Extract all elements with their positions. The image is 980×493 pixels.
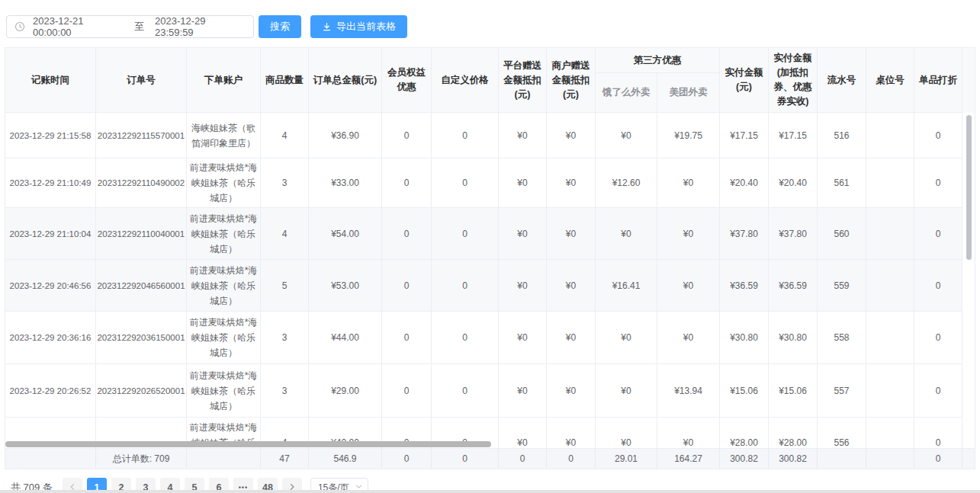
column-header-account: 下单账户: [187, 48, 261, 113]
summary-cell: 29.01: [596, 449, 657, 469]
cell-order_no: 202312292115570001: [96, 113, 187, 158]
table-header: 记账时间订单号下单账户商品数量订单总金额(元)会员权益优惠自定义价格平台赠送金额…: [5, 48, 975, 113]
cell-discount: 0: [914, 113, 962, 158]
summary-row: 总计单数: 70947546.9000029.01164.27300.82300…: [5, 448, 975, 469]
cell-paid_actual: ¥15.06: [769, 364, 818, 418]
cell-paid_actual: ¥30.80: [769, 312, 818, 364]
cell-account: 海峡姐妹茶（歌笛湖印象里店）: [187, 113, 261, 158]
date-start-value[interactable]: 2023-12-21 00:00:00: [33, 15, 124, 38]
column-header-serial: 流水号: [818, 48, 866, 113]
cell-meituan: ¥0: [657, 418, 720, 448]
clock-icon: [14, 21, 25, 32]
cell-custom: 0: [432, 158, 499, 208]
cell-total: ¥54.00: [309, 208, 382, 260]
cell-custom: 0: [432, 208, 499, 260]
date-separator: 至: [134, 20, 144, 34]
table-row: 2023-12-29 20:46:56202312292046560001前进麦…: [5, 260, 962, 312]
cell-paid_actual: ¥20.40: [769, 158, 818, 208]
column-header-paid_actual: 实付金额(加抵扣券、优惠券实收): [769, 48, 818, 113]
summary-cell: 300.82: [769, 449, 818, 469]
cell-time: 2023-12-29 21:15:58: [5, 113, 96, 158]
export-button-label: 导出当前表格: [336, 20, 396, 34]
cell-order_no: 202312292110040001: [96, 208, 187, 260]
search-button-label: 搜索: [270, 20, 290, 34]
cell-meituan: ¥0: [657, 312, 720, 364]
cell-member: 0: [382, 208, 432, 260]
cell-paid: ¥30.80: [720, 312, 769, 364]
cell-paid: ¥36.59: [720, 260, 769, 312]
cell-merchant: ¥0: [547, 113, 596, 158]
cell-table_no: [866, 158, 914, 208]
summary-cell: 0: [547, 449, 596, 469]
cell-qty: 4: [261, 208, 309, 260]
search-button[interactable]: 搜索: [259, 15, 301, 38]
cell-custom: 0: [432, 113, 499, 158]
cell-discount: 0: [914, 260, 962, 312]
column-header-qty: 商品数量: [261, 48, 309, 113]
cell-custom: 0: [432, 312, 499, 364]
cell-merchant: ¥0: [547, 260, 596, 312]
cell-merchant: ¥0: [547, 418, 596, 448]
column-header-order_no: 订单号: [96, 48, 187, 113]
summary-cell: [866, 449, 914, 469]
cell-paid: ¥28.00: [720, 418, 769, 448]
cell-account: 前进麦味烘焙*海峡姐妹茶（哈乐城店）: [187, 364, 261, 418]
cell-serial: 561: [818, 158, 866, 208]
cell-table_no: [866, 208, 914, 260]
window-bottom-strip: [0, 490, 980, 493]
summary-cell: 300.82: [720, 449, 769, 469]
cell-time: 2023-12-29 21:10:04: [5, 208, 96, 260]
cell-platform: ¥0: [499, 208, 547, 260]
cell-serial: 557: [818, 364, 866, 418]
orders-table-panel: 记账时间订单号下单账户商品数量订单总金额(元)会员权益优惠自定义价格平台赠送金额…: [5, 47, 975, 469]
cell-paid_actual: ¥36.59: [769, 260, 818, 312]
column-header-total: 订单总金额(元): [309, 48, 382, 113]
cell-paid: ¥15.06: [720, 364, 769, 418]
cell-total: ¥53.00: [309, 260, 382, 312]
cell-merchant: ¥0: [547, 312, 596, 364]
cell-total: ¥33.00: [309, 158, 382, 208]
summary-cell: 总计单数: 709: [96, 449, 187, 469]
toolbar: 2023-12-21 00:00:00 至 2023-12-29 23:59:5…: [6, 15, 980, 38]
cell-order_no: 202312292026520001: [96, 364, 187, 418]
cell-table_no: [866, 312, 914, 364]
column-header-merchant: 商户赠送金额抵扣(元): [547, 48, 596, 113]
table-row: 2023-12-29 20:26:52202312292026520001前进麦…: [5, 364, 962, 418]
cell-paid: ¥17.15: [720, 113, 769, 158]
vertical-scrollbar-thumb[interactable]: [966, 115, 972, 260]
cell-account: 前进麦味烘焙*海峡姐妹茶（哈乐城店）: [187, 158, 261, 208]
summary-cell: 164.27: [657, 449, 720, 469]
cell-account: 前进麦味烘焙*海峡姐妹茶（哈乐城店）: [187, 208, 261, 260]
column-header-discount: 单品打折: [914, 48, 962, 113]
cell-order_no: 202312292110490002: [96, 158, 187, 208]
cell-platform: ¥0: [499, 158, 547, 208]
cell-member: 0: [382, 260, 432, 312]
date-range-input[interactable]: 2023-12-21 00:00:00 至 2023-12-29 23:59:5…: [6, 15, 254, 38]
summary-cell: 0: [432, 449, 499, 469]
column-header-platform: 平台赠送金额抵扣(元): [499, 48, 547, 113]
cell-eleme: ¥0: [596, 418, 657, 448]
export-button[interactable]: 导出当前表格: [310, 15, 407, 38]
cell-discount: 0: [914, 158, 962, 208]
cell-meituan: ¥0: [657, 208, 720, 260]
cell-table_no: [866, 113, 914, 158]
cell-platform: ¥0: [499, 260, 547, 312]
cell-serial: 559: [818, 260, 866, 312]
summary-cell: 546.9: [309, 449, 382, 469]
date-end-value[interactable]: 2023-12-29 23:59:59: [155, 15, 246, 38]
cell-table_no: [866, 418, 914, 448]
cell-time: 2023-12-29 20:26:52: [5, 364, 96, 418]
column-header-table_no: 桌位号: [866, 48, 914, 113]
cell-platform: ¥0: [499, 418, 547, 448]
summary-cell: 0: [382, 449, 432, 469]
cell-platform: ¥0: [499, 312, 547, 364]
column-header-custom: 自定义价格: [432, 48, 499, 113]
cell-eleme: ¥0: [596, 208, 657, 260]
cell-qty: 3: [261, 364, 309, 418]
download-icon: [322, 22, 332, 32]
cell-paid: ¥37.80: [720, 208, 769, 260]
horizontal-scrollbar-thumb[interactable]: [5, 441, 491, 447]
column-group-third-party: 第三方优惠: [596, 48, 720, 73]
table-row: 2023-12-29 20:36:16202312292036150001前进麦…: [5, 312, 962, 364]
cell-time: 2023-12-29 20:36:16: [5, 312, 96, 364]
